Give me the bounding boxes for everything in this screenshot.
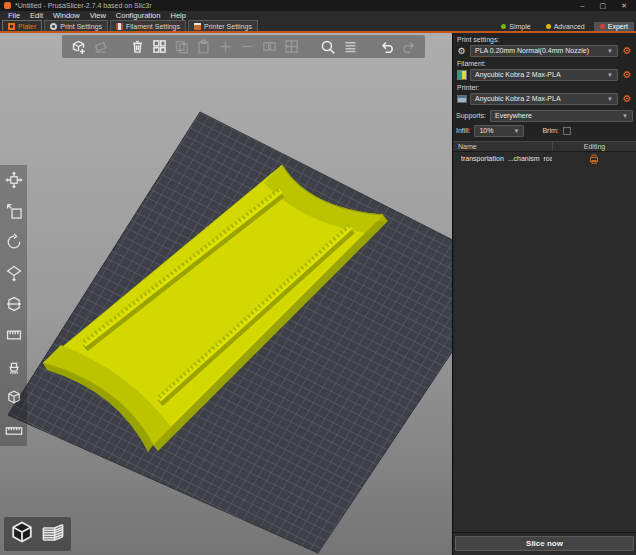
object-list-header: Name Editing — [453, 141, 636, 152]
chevron-down-icon: ▼ — [604, 72, 613, 78]
mode-switcher: Simple Advanced Expert — [495, 22, 636, 31]
column-editing: Editing — [552, 142, 636, 151]
undo-icon[interactable] — [379, 39, 395, 55]
redo-icon[interactable] — [401, 39, 417, 55]
split-to-parts-icon[interactable] — [283, 39, 299, 55]
add-object-icon[interactable] — [70, 39, 86, 55]
window-title: *Untitled - PrusaSlicer-2.7.4 based on S… — [15, 2, 152, 9]
gizmo-toolbar — [0, 165, 27, 446]
advanced-mode-dot-icon — [546, 24, 551, 29]
infill-label: Infill: — [456, 127, 470, 134]
object-list: transportation_...chanism_road.stl — [453, 152, 636, 532]
printer-icon — [194, 23, 201, 30]
filament-color-swatch — [457, 70, 467, 80]
print-settings-label: Print settings: — [457, 36, 632, 43]
paste-icon[interactable] — [195, 39, 211, 55]
tab-print-settings-label: Print Settings — [60, 23, 102, 30]
filament-label: Filament: — [457, 60, 632, 67]
tab-filament-settings[interactable]: Filament Settings — [110, 20, 186, 31]
preview-layers-view-icon[interactable] — [40, 520, 66, 548]
right-panel: Print settings: ⚙ PLA 0.20mm Normal(0.4m… — [452, 33, 636, 555]
filament-row: Anycubic Kobra 2 Max-PLA ▼ ⚙ — [456, 68, 633, 81]
ruler-icon[interactable] — [5, 423, 23, 441]
editing-printer-icon[interactable] — [589, 154, 599, 164]
tab-plater[interactable]: Plater — [2, 20, 42, 31]
move-icon[interactable] — [5, 171, 23, 193]
copy-icon[interactable] — [173, 39, 189, 55]
print-settings-combo[interactable]: PLA 0.20mm Normal(0.4mm Nozzle) ▼ — [470, 45, 618, 57]
place-on-face-icon[interactable] — [5, 264, 23, 286]
maximize-button[interactable]: ▢ — [600, 0, 607, 11]
rotate-icon[interactable] — [5, 233, 23, 255]
slice-button-area: Slice now — [453, 532, 636, 555]
filament-spool-icon — [116, 23, 123, 30]
printer-label: Printer: — [457, 84, 632, 91]
expert-mode-dot-icon — [600, 24, 605, 29]
object-list-row[interactable]: transportation_...chanism_road.stl — [453, 152, 636, 165]
simple-mode-dot-icon — [501, 24, 506, 29]
mode-simple[interactable]: Simple — [495, 22, 536, 31]
supports-label: Supports: — [456, 112, 486, 119]
seam-painting-icon[interactable] — [5, 388, 23, 410]
filament-combo[interactable]: Anycubic Kobra 2 Max-PLA ▼ — [470, 69, 618, 81]
tab-plater-label: Plater — [18, 23, 36, 30]
infill-combo[interactable]: 10% ▼ — [474, 125, 524, 137]
tab-bar: Plater Print Settings Filament Settings … — [0, 21, 636, 33]
tab-print-settings[interactable]: Print Settings — [44, 20, 108, 31]
prusaslicer-window: *Untitled - PrusaSlicer-2.7.4 based on S… — [0, 0, 636, 555]
printer-row: Anycubic Kobra 2 Max-PLA ▼ ⚙ — [456, 92, 633, 105]
chevron-down-icon: ▼ — [510, 128, 519, 134]
close-button[interactable]: ✕ — [621, 0, 627, 11]
print-profile-gear-icon: ⚙ — [456, 45, 467, 56]
remove-instance-icon[interactable] — [239, 39, 255, 55]
arrange-icon[interactable] — [151, 39, 167, 55]
brim-checkbox[interactable] — [563, 127, 571, 135]
brim-label: Brim: — [542, 127, 558, 134]
cut-icon[interactable] — [5, 295, 23, 317]
mode-expert[interactable]: Expert — [594, 22, 634, 31]
edit-print-settings-icon[interactable]: ⚙ — [621, 45, 633, 57]
slice-now-button[interactable]: Slice now — [455, 536, 634, 551]
plater-icon — [8, 23, 15, 30]
gear-icon — [50, 23, 57, 30]
printer-combo[interactable]: Anycubic Kobra 2 Max-PLA ▼ — [470, 93, 618, 105]
3d-editor-view-icon[interactable] — [9, 520, 35, 548]
object-name: transportation_...chanism_road.stl — [461, 155, 552, 162]
mode-advanced[interactable]: Advanced — [540, 22, 591, 31]
view-switch — [4, 517, 71, 551]
minimize-button[interactable]: – — [581, 0, 585, 11]
delete-all-icon[interactable] — [129, 39, 145, 55]
split-to-objects-icon[interactable] — [261, 39, 277, 55]
chevron-down-icon: ▼ — [604, 96, 613, 102]
add-instance-icon[interactable] — [217, 39, 233, 55]
tab-printer-settings[interactable]: Printer Settings — [188, 20, 258, 31]
tab-filament-settings-label: Filament Settings — [126, 23, 180, 30]
variable-layer-height-icon[interactable] — [342, 39, 358, 55]
viewport-toolbar — [62, 35, 425, 58]
app-logo-icon — [4, 2, 11, 9]
paint-supports-icon[interactable] — [5, 357, 23, 379]
search-icon[interactable] — [320, 39, 336, 55]
delete-icon[interactable] — [92, 39, 108, 55]
edit-filament-icon[interactable]: ⚙ — [621, 69, 633, 81]
column-name: Name — [453, 142, 552, 151]
chevron-down-icon: ▼ — [619, 113, 628, 119]
printer-preset-icon — [457, 95, 467, 103]
supports-row: Supports: Everywhere ▼ — [456, 109, 633, 122]
tab-printer-settings-label: Printer Settings — [204, 23, 252, 30]
3d-viewport[interactable] — [0, 33, 452, 555]
chevron-down-icon: ▼ — [604, 48, 613, 54]
measure-icon[interactable] — [5, 326, 23, 348]
supports-combo[interactable]: Everywhere ▼ — [490, 110, 633, 122]
scene-canvas — [0, 33, 452, 555]
edit-printer-icon[interactable]: ⚙ — [621, 93, 633, 105]
print-settings-row: ⚙ PLA 0.20mm Normal(0.4mm Nozzle) ▼ ⚙ — [456, 44, 633, 57]
scale-icon[interactable] — [5, 202, 23, 224]
title-bar: *Untitled - PrusaSlicer-2.7.4 based on S… — [0, 0, 636, 11]
infill-row: Infill: 10% ▼ Brim: — [456, 124, 633, 137]
